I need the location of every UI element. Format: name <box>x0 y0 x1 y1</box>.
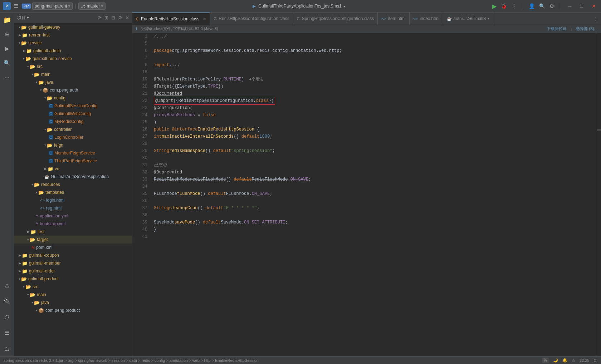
tree-item-java[interactable]: ▾📂java <box>14 299 132 306</box>
tree-item-gulimall-order[interactable]: ▶📁gulimall-order <box>14 267 132 275</box>
structure-icon[interactable]: ☰ <box>1 327 13 339</box>
tree-item-bootstrap-yml[interactable]: Ybootstrap.yml <box>14 220 132 228</box>
git-icon[interactable]: 🗂 <box>1 343 13 355</box>
tree-item-gulimall-admin[interactable]: ▶📁gulimall-admin <box>14 47 132 55</box>
more-actions-button[interactable]: ⋮ <box>511 3 517 10</box>
tree-item-com-peng-product[interactable]: ▾📦com.peng.product <box>14 306 132 314</box>
close-button[interactable]: ✕ <box>590 3 598 9</box>
search-icon[interactable]: 🔍 <box>539 3 545 9</box>
tree-item-feign[interactable]: ▾📂feign <box>14 141 132 149</box>
code-line-31: 已充用 <box>154 162 597 169</box>
code-line-20: @Target({ElementType.TYPE}) <box>154 83 597 90</box>
tab-RedisHttpSessionConfiguration[interactable]: C RedisHttpSessionConfiguration.class <box>210 13 293 25</box>
tree-item-gulimall-member[interactable]: ▶📁gulimall-member <box>14 259 132 267</box>
tab-close-icon[interactable]: ✕ <box>203 17 206 21</box>
tree-container: ▾📂gulimall-gateway▶📁renren-fast▾📂service… <box>14 23 132 314</box>
line-numbers: 1567818192021222324252627282930313233343… <box>132 33 150 356</box>
code-line-36 <box>154 197 597 205</box>
tab-SpringHttpSessionConfiguration[interactable]: C SpringHttpSessionConfiguration.class <box>293 13 378 25</box>
tree-item-target[interactable]: ▾📂target <box>14 236 132 244</box>
code-line-24: proxyBeanMethods = false <box>154 112 597 119</box>
sidebar-header: 项目 ▾ ⟳ ⊞ ⊟ ⚙ ✕ <box>14 13 132 23</box>
settings-icon[interactable]: ⚙ <box>118 15 122 20</box>
editor-area: C EnableRedisHttpSession.class ✕ C Redis… <box>132 13 601 356</box>
tree-item-templates[interactable]: ▾📂templates <box>14 188 132 196</box>
editor-tabs: C EnableRedisHttpSession.class ✕ C Redis… <box>132 13 601 25</box>
tree-item-src[interactable]: ▾📂src <box>14 63 132 70</box>
tree-item-java[interactable]: ▾📂java <box>14 78 132 86</box>
select-source-link[interactable]: 选择源 (S)... <box>576 26 597 31</box>
branch-dropdown[interactable]: ⎇ master ▾ <box>78 3 106 10</box>
settings-icon[interactable]: ⚙ <box>549 3 554 9</box>
user-icon[interactable]: 👤 <box>529 3 535 9</box>
info-icon: ℹ <box>136 26 137 31</box>
tree-item-gulimall-auth-service[interactable]: ▾📂gulimall-auth-service <box>14 55 132 63</box>
event-log-icon[interactable]: ⏱ <box>1 311 13 323</box>
tree-item-myredisconfig[interactable]: CMyRedisConfig <box>14 118 132 126</box>
tree-item-memberfeignservice[interactable]: CMemberFeignService <box>14 149 132 157</box>
tree-item-logincontroller[interactable]: CLoginController <box>14 133 132 141</box>
tree-item-src[interactable]: ▾📂src <box>14 283 132 291</box>
code-line-32: @Deprecated <box>154 169 597 176</box>
tree-item-renren-fast[interactable]: ▶📁renren-fast <box>14 31 132 39</box>
tree-item-main[interactable]: ▾📂main <box>14 291 132 299</box>
tab-icon: <> <box>413 16 418 21</box>
collapse-icon[interactable]: ⊟ <box>111 15 115 20</box>
tab-auth-gulimalls[interactable]: ☕ auth\...\GulimallS ▾ <box>443 13 493 25</box>
close-sidebar-icon[interactable]: ✕ <box>125 15 129 20</box>
file-explorer: 项目 ▾ ⟳ ⊞ ⊟ ⚙ ✕ ▾📂gulimall-gateway▶📁renre… <box>14 13 132 356</box>
tree-item-service[interactable]: ▾📂service <box>14 39 132 47</box>
code-line-22: @Import({RedisHttpSessionConfiguration.c… <box>154 97 597 104</box>
search-view-icon[interactable]: 🔍 <box>1 57 13 69</box>
code-line-41 <box>154 233 597 240</box>
project-view-icon[interactable]: 📁 <box>1 14 13 26</box>
debug-button[interactable]: 🐞 <box>501 3 507 9</box>
expand-icon[interactable]: ⊞ <box>104 15 108 20</box>
tree-item-gulimallsessionconfig[interactable]: CGulimallSessionConfig <box>14 102 132 110</box>
tree-item-reg-html[interactable]: <>reg.html <box>14 204 132 212</box>
tree-item-gulimall-product[interactable]: ▾📂gulimall-product <box>14 275 132 283</box>
tree-item-gulimallwebconfig[interactable]: CGulimallWebConfig <box>14 110 132 118</box>
tree-item-vo[interactable]: ▶📁vo <box>14 165 132 173</box>
tab-dropdown-icon[interactable]: ▾ <box>488 17 489 20</box>
more-views-icon[interactable]: ⋯ <box>1 71 13 83</box>
tree-item-config[interactable]: ▾📂config <box>14 94 132 102</box>
tree-item-gulimall-gateway[interactable]: ▾📂gulimall-gateway <box>14 23 132 31</box>
sidebar-title[interactable]: 项目 ▾ <box>17 15 29 21</box>
tree-item-application-yml[interactable]: Yapplication.yml <box>14 212 132 220</box>
notifications-icon[interactable]: ⚠ <box>1 280 13 292</box>
minimize-button[interactable]: ─ <box>566 3 574 9</box>
tree-item-main[interactable]: ▾📂main <box>14 70 132 78</box>
code-editor: 1567818192021222324252627282930313233343… <box>132 33 601 356</box>
ime-indicator[interactable]: 英 <box>542 358 549 363</box>
code-content[interactable]: /.../ package org.springframework.sessio… <box>150 33 597 356</box>
tab-EnableRedisHttpSession[interactable]: C EnableRedisHttpSession.class ✕ <box>132 13 210 25</box>
tree-item-login-html[interactable]: <>login.html <box>14 196 132 204</box>
tree-item-pom-xml[interactable]: Mpom.xml <box>14 244 132 251</box>
tab-more-button[interactable]: ⋮ <box>591 16 601 21</box>
run-view-icon[interactable]: ▶ <box>1 43 13 55</box>
time-display: 22:28 <box>580 358 590 363</box>
tree-item-gulimall-coupon[interactable]: ▶📁gulimall-coupon <box>14 251 132 259</box>
tree-item-resources[interactable]: ▾📂resources <box>14 181 132 188</box>
commit-icon[interactable]: ⊕ <box>1 28 13 40</box>
tree-item-gulimallauthserverapplication[interactable]: ☕GulimallAuthServerApplication <box>14 173 132 181</box>
maximize-button[interactable]: □ <box>578 3 585 9</box>
titlebar: P ☰ PP peng-mall-parent ▾ | ⎇ master ▾ ▶… <box>0 0 601 13</box>
tree-item-com-peng-auth[interactable]: ▾📦com.peng.auth <box>14 86 132 94</box>
bottom-more-icon[interactable]: 🔌 <box>1 295 13 308</box>
tree-item-thirdpartfeignservice[interactable]: CThirdPartFeignService <box>14 157 132 165</box>
tree-item-test[interactable]: ▶📁test <box>14 228 132 236</box>
run-button[interactable]: ▶ <box>492 3 497 10</box>
code-line-33: RedisFlushMode redisFlushMode() default … <box>154 176 597 183</box>
tab-icon: C <box>136 17 139 21</box>
sync-icon[interactable]: ⟳ <box>98 15 102 20</box>
code-line-25: ) <box>154 119 597 126</box>
tab-index-html[interactable]: <> index.html <box>410 13 444 25</box>
download-source-link[interactable]: 下载源代码 <box>547 26 566 31</box>
project-dropdown[interactable]: peng-mall-parent ▾ <box>32 3 73 10</box>
main-menu-icon[interactable]: ☰ <box>14 3 18 9</box>
code-line-27: int maxInactiveIntervalInSeconds() defau… <box>154 133 597 140</box>
tab-item-html[interactable]: <> item.html <box>378 13 410 25</box>
tree-item-controller[interactable]: ▾📂controller <box>14 126 132 133</box>
